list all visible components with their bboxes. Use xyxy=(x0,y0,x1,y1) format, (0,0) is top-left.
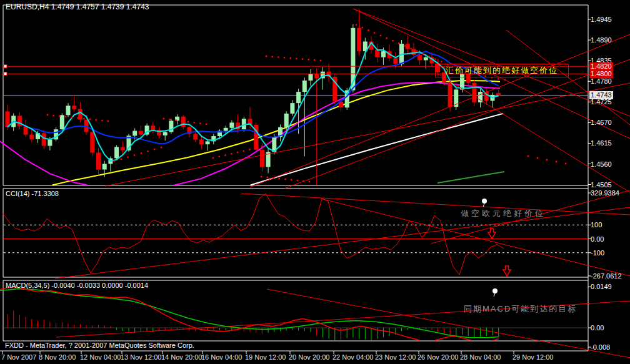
candle xyxy=(18,116,22,127)
time-axis-label: 7 Nov 2007 xyxy=(1,353,36,361)
sar-dot xyxy=(231,153,232,155)
sar-dot xyxy=(206,124,208,125)
candle xyxy=(357,28,361,51)
axis-label: 1.4945 xyxy=(591,16,612,24)
candle xyxy=(302,81,307,92)
sar-dot xyxy=(374,32,376,34)
sar-dot xyxy=(284,57,286,59)
sar-dot xyxy=(237,152,239,154)
candle xyxy=(60,115,64,129)
candle xyxy=(424,57,428,61)
time-axis-label: 23 Nov 12:00 xyxy=(375,353,416,361)
sar-dot xyxy=(284,179,286,180)
time-axis-label: 19 Nov 12:00 xyxy=(245,353,286,361)
sar-dot xyxy=(141,152,142,154)
sar-dot xyxy=(47,114,49,116)
candle xyxy=(418,55,422,60)
metatrader-chart-window: { "window": { "symbol_line": "EURUSD,H4 … xyxy=(0,0,630,364)
candle xyxy=(151,125,155,130)
sar-dot xyxy=(504,79,506,81)
sar-dot xyxy=(537,157,539,159)
sar-dot xyxy=(410,47,412,49)
sar-dot xyxy=(296,180,298,182)
sar-dot xyxy=(120,159,122,160)
candle xyxy=(314,74,319,78)
axis-label: 0.0149 xyxy=(591,283,612,291)
candle xyxy=(260,150,264,167)
sar-dot xyxy=(77,117,79,119)
sar-dot xyxy=(546,159,548,161)
axis-label: 1.4670 xyxy=(591,119,612,127)
candle xyxy=(24,126,28,134)
sar-dot xyxy=(188,121,189,123)
sar-dot xyxy=(169,119,171,121)
annotation-cci-short-note[interactable]: 做空欧元绝好价位 xyxy=(461,208,546,219)
time-axis-label: 26 Nov 20:00 xyxy=(418,353,458,361)
time-axis-label: 22 Nov 04:00 xyxy=(332,353,373,361)
sar-dot xyxy=(114,160,116,162)
sar-dot xyxy=(314,59,316,61)
annotation-macd-target-note[interactable]: 同期MACD可能到达的目标 xyxy=(464,303,577,315)
sar-dot xyxy=(398,42,400,44)
candle xyxy=(114,147,119,158)
down-arrow-icon[interactable] xyxy=(488,229,496,239)
sar-dot xyxy=(528,155,529,157)
axis-label: -0.008 xyxy=(591,343,610,352)
sar-dot xyxy=(416,51,418,52)
candle xyxy=(206,141,210,144)
sar-dot xyxy=(154,149,156,150)
candle xyxy=(42,133,46,145)
balloon-icon[interactable] xyxy=(482,199,487,204)
sar-dot xyxy=(289,57,291,59)
sar-dot xyxy=(127,156,129,158)
price-axis-label-alert: 1.4800 xyxy=(589,70,613,78)
time-axis-label: 28 Nov 04:00 xyxy=(460,353,501,361)
candle xyxy=(96,153,101,170)
sar-dot xyxy=(101,120,103,122)
sar-dot xyxy=(249,149,251,150)
sar-dot xyxy=(83,118,85,120)
sar-dot xyxy=(368,29,369,31)
sar-dot xyxy=(108,121,109,122)
trendline-handle[interactable] xyxy=(4,65,7,68)
candle xyxy=(72,106,76,109)
axis-label: 1.4560 xyxy=(591,160,612,169)
sar-dot xyxy=(242,150,244,152)
sar-dot xyxy=(95,119,97,121)
sar-dot xyxy=(441,61,442,62)
sar-dot xyxy=(498,78,499,80)
sar-dot xyxy=(404,45,406,47)
sar-dot xyxy=(386,37,388,39)
candle xyxy=(290,103,294,114)
macd-indicator-label: MACD(5,34,5) -0.0040 -0.0033 0.0000 -0.0… xyxy=(6,282,148,289)
candle xyxy=(472,83,476,102)
sar-dot xyxy=(65,116,67,118)
candle xyxy=(121,147,125,150)
balloon-icon[interactable] xyxy=(492,288,498,293)
sar-dot xyxy=(212,157,214,159)
sar-dot xyxy=(392,40,394,42)
sar-dot xyxy=(320,60,322,62)
candle xyxy=(132,131,137,136)
candle xyxy=(381,51,386,57)
sar-dot xyxy=(255,147,257,149)
sar-dot xyxy=(556,161,558,163)
sar-dot xyxy=(218,155,220,157)
candle xyxy=(29,135,34,139)
time-axis-label: 29 Nov 12:00 xyxy=(512,353,553,361)
time-axis-label: 8 Nov 20:00 xyxy=(39,353,76,361)
sar-dot xyxy=(271,56,273,57)
candle xyxy=(163,132,168,135)
candle xyxy=(224,128,228,131)
trendline-handle[interactable] xyxy=(4,72,7,76)
axis-label: 329.9384 xyxy=(591,189,619,197)
annotation-short-price-level[interactable]: 汇价可能到的绝好做空价位 xyxy=(435,64,569,77)
candle xyxy=(375,50,379,57)
down-arrow-icon[interactable] xyxy=(503,266,511,276)
time-axis-label: 13 Nov 12:00 xyxy=(121,353,161,361)
sar-dot xyxy=(302,58,304,60)
price-axis-label-current: 1.4743 xyxy=(589,91,613,99)
sar-dot xyxy=(52,115,54,117)
sar-dot xyxy=(309,181,311,183)
sar-dot xyxy=(261,146,263,148)
